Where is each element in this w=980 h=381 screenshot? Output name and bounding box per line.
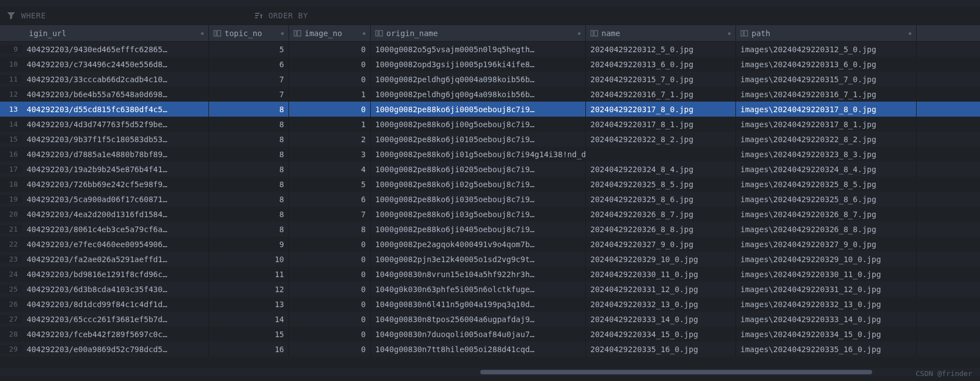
cell-url[interactable]: 404292203/65ccc261f3681ef5b7d… bbox=[22, 312, 209, 327]
cell-topic[interactable]: 7 bbox=[209, 72, 289, 87]
column-header-url[interactable]: igin_url ◆ bbox=[22, 25, 209, 41]
cell-image[interactable]: 0 bbox=[289, 102, 371, 117]
cell-image[interactable]: 3 bbox=[289, 147, 371, 162]
horizontal-scrollbar[interactable] bbox=[0, 368, 980, 376]
column-header-image[interactable]: image_no ◆ bbox=[289, 25, 371, 41]
cell-image[interactable]: 4 bbox=[289, 162, 371, 177]
cell-url[interactable]: 404292203/726bb69e242cf5e98f9… bbox=[22, 177, 209, 192]
cell-image[interactable]: 0 bbox=[289, 342, 371, 357]
where-filter[interactable]: WHERE bbox=[7, 11, 46, 20]
cell-origin[interactable]: 1000g0082pe88ko6ji0205oebouj8c7i9… bbox=[371, 162, 586, 177]
cell-image[interactable]: 0 bbox=[289, 327, 371, 342]
cell-topic[interactable]: 11 bbox=[209, 267, 289, 282]
column-header-name[interactable]: name ◆ bbox=[586, 25, 736, 41]
cell-url[interactable]: 404292203/b6e4b55a76548a0d698… bbox=[22, 87, 209, 102]
cell-image[interactable]: 0 bbox=[289, 237, 371, 252]
cell-topic[interactable]: 5 bbox=[209, 42, 289, 57]
cell-image[interactable]: 1 bbox=[289, 117, 371, 132]
cell-origin[interactable]: 1000g0082peldhg6jq00g4a098koib56b… bbox=[371, 87, 586, 102]
table-row[interactable]: 17404292203/19a2b9b245e876b4f41…841000g0… bbox=[0, 162, 980, 177]
cell-path[interactable]: images\20240429220322_8_2.jpg bbox=[736, 132, 917, 147]
table-row[interactable]: 22404292203/e7fec0460ee00954906…901000g0… bbox=[0, 237, 980, 252]
cell-path[interactable]: images\20240429220323_8_3.jpg bbox=[736, 147, 917, 162]
cell-name[interactable] bbox=[586, 147, 736, 162]
cell-path[interactable]: images\20240429220312_5_0.jpg bbox=[736, 42, 917, 57]
scrollbar-thumb[interactable] bbox=[480, 370, 872, 374]
cell-name[interactable]: 20240429220333_14_0.jpg bbox=[586, 312, 736, 327]
cell-origin[interactable]: 1000g0082pe88ko6ji0305oebouj8c7i9… bbox=[371, 192, 586, 207]
cell-url[interactable]: 404292203/e00a9869d52c798dcd5… bbox=[22, 342, 209, 357]
table-row[interactable]: 29404292203/e00a9869d52c798dcd5…1601040g… bbox=[0, 342, 980, 357]
cell-name[interactable]: 20240429220312_5_0.jpg bbox=[586, 42, 736, 57]
cell-name[interactable]: 20240429220331_12_0.jpg bbox=[586, 282, 736, 297]
table-row[interactable]: 27404292203/65ccc261f3681ef5b7d…1401040g… bbox=[0, 312, 980, 327]
table-row[interactable]: 15404292203/9b37f1f5c180583db53…821000g0… bbox=[0, 132, 980, 147]
cell-image[interactable]: 7 bbox=[289, 207, 371, 222]
cell-url[interactable]: 404292203/6d3b8cda4103c35f430… bbox=[22, 282, 209, 297]
cell-origin[interactable]: 1040g00830n8vrun15e104a5hf922hr3h… bbox=[371, 267, 586, 282]
cell-url[interactable]: 404292203/fceb442f289f5697c0c… bbox=[22, 327, 209, 342]
cell-image[interactable]: 0 bbox=[289, 282, 371, 297]
cell-path[interactable]: images\20240429220315_7_0.jpg bbox=[736, 72, 917, 87]
cell-topic[interactable]: 12 bbox=[209, 282, 289, 297]
cell-topic[interactable]: 16 bbox=[209, 342, 289, 357]
cell-name[interactable]: 20240429220325_8_5.jpg bbox=[586, 177, 736, 192]
cell-path[interactable]: images\20240429220331_12_0.jpg bbox=[736, 282, 917, 297]
cell-path[interactable]: images\20240429220324_8_4.jpg bbox=[736, 162, 917, 177]
cell-name[interactable]: 20240429220335_16_0.jpg bbox=[586, 342, 736, 357]
cell-url[interactable]: 404292203/8061c4eb3ce5a79cf6a… bbox=[22, 222, 209, 237]
cell-name[interactable]: 20240429220327_9_0.jpg bbox=[586, 237, 736, 252]
cell-origin[interactable]: 1000g0082opd3gsiji0005p196ki4ife8… bbox=[371, 57, 586, 72]
cell-image[interactable]: 6 bbox=[289, 192, 371, 207]
cell-name[interactable]: 20240429220316_7_1.jpg bbox=[586, 87, 736, 102]
cell-image[interactable]: 0 bbox=[289, 267, 371, 282]
cell-name[interactable]: 20240429220315_7_0.jpg bbox=[586, 72, 736, 87]
cell-name[interactable]: 20240429220325_8_6.jpg bbox=[586, 192, 736, 207]
cell-name[interactable]: 20240429220326_8_7.jpg bbox=[586, 207, 736, 222]
cell-image[interactable]: 0 bbox=[289, 57, 371, 72]
table-row[interactable]: 20404292203/4ea2d200d1316fd1584…871000g0… bbox=[0, 207, 980, 222]
table-row[interactable]: 23404292203/fa2ae026a5291aeffd1…1001000g… bbox=[0, 252, 980, 267]
cell-url[interactable]: 404292203/bd9816e1291f8cfd96c… bbox=[22, 267, 209, 282]
cell-path[interactable]: images\20240429220333_14_0.jpg bbox=[736, 312, 917, 327]
cell-name[interactable]: 20240429220334_15_0.jpg bbox=[586, 327, 736, 342]
table-row[interactable]: 21404292203/8061c4eb3ce5a79cf6a…881000g0… bbox=[0, 222, 980, 237]
cell-topic[interactable]: 8 bbox=[209, 117, 289, 132]
cell-topic[interactable]: 14 bbox=[209, 312, 289, 327]
cell-image[interactable]: 0 bbox=[289, 42, 371, 57]
cell-topic[interactable]: 8 bbox=[209, 147, 289, 162]
table-row[interactable]: 16404292203/d7885a1e4880b78bf89…831000g0… bbox=[0, 147, 980, 162]
table-row[interactable]: 14404292203/4d3d747763f5d52f9be…811000g0… bbox=[0, 117, 980, 132]
cell-topic[interactable]: 8 bbox=[209, 222, 289, 237]
table-row[interactable]: 9404292203/9430ed465efffc62865…501000g00… bbox=[0, 42, 980, 57]
orderby-filter[interactable]: ORDER BY bbox=[254, 11, 308, 20]
table-row[interactable]: 19404292203/5ca900ad06f17c60871…861000g0… bbox=[0, 192, 980, 207]
column-header-topic[interactable]: topic_no ◆ bbox=[209, 25, 289, 41]
cell-origin[interactable]: 1000g0082pe88ko6ji00g5oebouj8c7i9… bbox=[371, 117, 586, 132]
cell-origin[interactable]: 1040g0k030n63phfe5i005n6olctkfuge… bbox=[371, 282, 586, 297]
cell-url[interactable]: 404292203/9b37f1f5c180583db53… bbox=[22, 132, 209, 147]
cell-url[interactable]: 404292203/d55cd815fc6380df4c5… bbox=[22, 102, 209, 117]
table-row[interactable]: 24404292203/bd9816e1291f8cfd96c…1101040g… bbox=[0, 267, 980, 282]
table-row[interactable]: 12404292203/b6e4b55a76548a0d698…711000g0… bbox=[0, 87, 980, 102]
cell-url[interactable]: 404292203/e7fec0460ee00954906… bbox=[22, 237, 209, 252]
cell-name[interactable]: 20240429220317_8_0.jpg bbox=[586, 102, 736, 117]
cell-topic[interactable]: 8 bbox=[209, 192, 289, 207]
cell-url[interactable]: 404292203/4d3d747763f5d52f9be… bbox=[22, 117, 209, 132]
cell-name[interactable]: 20240429220329_10_0.jpg bbox=[586, 252, 736, 267]
table-row[interactable]: 10404292203/c734496c24450e556d8…601000g0… bbox=[0, 57, 980, 72]
cell-path[interactable]: images\20240429220317_8_0.jpg bbox=[736, 102, 917, 117]
cell-path[interactable]: images\20240429220313_6_0.jpg bbox=[736, 57, 917, 72]
cell-name[interactable]: 20240429220330_11_0.jpg bbox=[586, 267, 736, 282]
cell-path[interactable]: images\20240429220327_9_0.jpg bbox=[736, 237, 917, 252]
cell-origin[interactable]: 1000g0082pe88ko6ji03g5oebouj8c7i9… bbox=[371, 207, 586, 222]
cell-path[interactable]: images\20240429220335_16_0.jpg bbox=[736, 342, 917, 357]
cell-url[interactable]: 404292203/d7885a1e4880b78bf89… bbox=[22, 147, 209, 162]
cell-url[interactable]: 404292203/33cccab66d2cadb4c10… bbox=[22, 72, 209, 87]
cell-image[interactable]: 0 bbox=[289, 72, 371, 87]
cell-topic[interactable]: 8 bbox=[209, 132, 289, 147]
table-row[interactable]: 13404292203/d55cd815fc6380df4c5…801000g0… bbox=[0, 102, 980, 117]
column-header-origin[interactable]: origin_name ◆ bbox=[371, 25, 586, 41]
cell-image[interactable]: 1 bbox=[289, 87, 371, 102]
table-row[interactable]: 18404292203/726bb69e242cf5e98f9…851000g0… bbox=[0, 177, 980, 192]
